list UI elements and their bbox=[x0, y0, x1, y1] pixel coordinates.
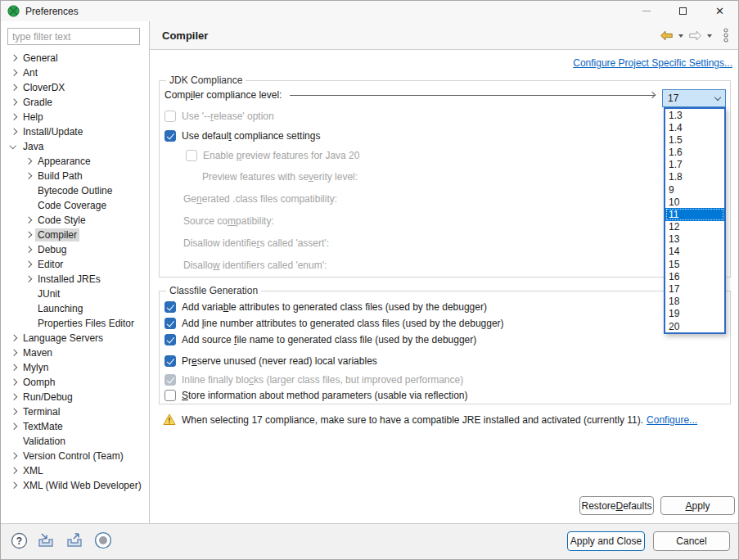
chevron-right-icon[interactable] bbox=[22, 155, 35, 168]
sidebar-item-gradle[interactable]: Gradle bbox=[1, 95, 149, 110]
compiler-compliance-combobox[interactable]: 17 bbox=[662, 89, 726, 107]
sidebar-item-cloverdx[interactable]: CloverDX bbox=[1, 80, 149, 95]
chevron-down-icon[interactable] bbox=[7, 140, 20, 153]
dropdown-option-17[interactable]: 17 bbox=[665, 282, 724, 295]
sidebar-item-general[interactable]: General bbox=[1, 51, 149, 65]
sidebar-item-install-update[interactable]: Install/Update bbox=[1, 124, 149, 139]
dropdown-option-19[interactable]: 19 bbox=[665, 308, 724, 320]
chevron-right-icon[interactable] bbox=[22, 214, 35, 227]
chevron-right-icon[interactable] bbox=[22, 228, 35, 242]
sidebar-item-bytecode-outline[interactable]: Bytecode Outline bbox=[1, 183, 149, 198]
sidebar-item-code-style[interactable]: Code Style bbox=[1, 213, 149, 228]
chevron-right-icon[interactable] bbox=[22, 258, 35, 271]
apply-button[interactable]: Apply bbox=[660, 496, 735, 515]
forward-history-dropdown-icon[interactable] bbox=[707, 34, 712, 38]
configure-jre-link[interactable]: Configure... bbox=[647, 414, 697, 426]
dropdown-option-1.4[interactable]: 1.4 bbox=[665, 121, 724, 133]
sidebar-item-language-servers[interactable]: Language Servers bbox=[1, 331, 149, 345]
chevron-right-icon[interactable] bbox=[22, 243, 35, 256]
dropdown-option-16[interactable]: 16 bbox=[665, 270, 724, 282]
dropdown-option-11[interactable]: 11 bbox=[665, 208, 724, 220]
dropdown-option-1.5[interactable]: 1.5 bbox=[665, 133, 724, 146]
sidebar-item-version-control-team[interactable]: Version Control (Team) bbox=[1, 449, 149, 463]
sidebar-item-terminal[interactable]: Terminal bbox=[1, 404, 149, 419]
chevron-right-icon[interactable] bbox=[7, 479, 20, 492]
close-button[interactable]: ✕ bbox=[701, 1, 738, 21]
sidebar-item-junit[interactable]: JUnit bbox=[1, 287, 149, 301]
help-icon[interactable]: ? bbox=[11, 532, 28, 549]
apply-and-close-button[interactable]: Apply and Close bbox=[567, 531, 645, 551]
preference-recorder-icon[interactable] bbox=[94, 531, 112, 549]
chevron-right-icon[interactable] bbox=[7, 52, 20, 65]
chevron-right-icon[interactable] bbox=[7, 346, 20, 359]
back-arrow-icon[interactable] bbox=[660, 30, 674, 41]
enable-preview-checkbox-row[interactable]: Enable preview features for Java 20 bbox=[186, 148, 359, 162]
store-info-checkbox-row[interactable]: Store information about method parameter… bbox=[164, 388, 468, 402]
chevron-right-icon[interactable] bbox=[7, 391, 20, 404]
sidebar-item-debug[interactable]: Debug bbox=[1, 242, 149, 257]
chevron-right-icon[interactable] bbox=[7, 361, 20, 374]
sidebar-item-help[interactable]: Help bbox=[1, 110, 149, 124]
sidebar-item-launching[interactable]: Launching bbox=[1, 301, 149, 316]
dropdown-option-1.3[interactable]: 1.3 bbox=[665, 109, 724, 121]
dropdown-option-20[interactable]: 20 bbox=[665, 320, 724, 332]
sidebar-item-ant[interactable]: Ant bbox=[1, 65, 149, 80]
configure-project-specific-link[interactable]: Configure Project Specific Settings... bbox=[573, 57, 732, 69]
sidebar-item-validation[interactable]: Validation bbox=[1, 434, 149, 449]
sidebar-item-compiler[interactable]: Compiler bbox=[1, 228, 149, 242]
chevron-right-icon[interactable] bbox=[7, 464, 20, 477]
sidebar-item-code-coverage[interactable]: Code Coverage bbox=[1, 198, 149, 213]
dropdown-option-1.8[interactable]: 1.8 bbox=[665, 171, 724, 183]
chevron-right-icon[interactable] bbox=[7, 376, 20, 389]
export-preferences-icon[interactable] bbox=[65, 532, 85, 549]
dropdown-option-10[interactable]: 10 bbox=[665, 196, 724, 208]
dropdown-option-15[interactable]: 15 bbox=[665, 258, 724, 270]
use-release-checkbox-row[interactable]: Use '--release' option bbox=[164, 109, 274, 123]
import-preferences-icon[interactable] bbox=[37, 532, 56, 549]
dropdown-option-1.7[interactable]: 1.7 bbox=[665, 159, 724, 171]
sidebar-item-mylyn[interactable]: Mylyn bbox=[1, 360, 149, 375]
chevron-right-icon[interactable] bbox=[7, 111, 20, 124]
dropdown-option-9[interactable]: 9 bbox=[665, 183, 724, 196]
preserve-unused-checkbox-row[interactable]: Preserve unused (never read) local varia… bbox=[164, 354, 377, 368]
chevron-right-icon[interactable] bbox=[7, 420, 20, 433]
dropdown-option-18[interactable]: 18 bbox=[665, 296, 724, 308]
chevron-right-icon[interactable] bbox=[7, 96, 20, 109]
sidebar-item-xml[interactable]: XML bbox=[1, 463, 149, 478]
add-source-file-checkbox-row[interactable]: Add source file name to generated class … bbox=[164, 332, 476, 346]
chevron-right-icon[interactable] bbox=[22, 169, 35, 183]
chevron-right-icon[interactable] bbox=[7, 332, 20, 345]
forward-arrow-icon[interactable] bbox=[688, 30, 702, 41]
chevron-right-icon[interactable] bbox=[7, 125, 20, 138]
view-menu-icon[interactable] bbox=[722, 28, 730, 43]
sidebar-item-editor[interactable]: Editor bbox=[1, 257, 149, 272]
add-variable-checkbox-row[interactable]: Add variable attributes to generated cla… bbox=[164, 300, 487, 314]
chevron-right-icon[interactable] bbox=[7, 449, 20, 463]
sidebar-item-java[interactable]: Java bbox=[1, 139, 149, 154]
cancel-button[interactable]: Cancel bbox=[653, 531, 730, 551]
sidebar-item-appearance[interactable]: Appearance bbox=[1, 154, 149, 169]
dropdown-option-13[interactable]: 13 bbox=[665, 233, 724, 246]
chevron-right-icon[interactable] bbox=[7, 66, 20, 79]
use-default-compliance-checkbox-row[interactable]: Use default compliance settings bbox=[164, 129, 320, 142]
sidebar-item-properties-files-editor[interactable]: Properties Files Editor bbox=[1, 316, 149, 331]
back-history-dropdown-icon[interactable] bbox=[678, 34, 683, 38]
dropdown-option-12[interactable]: 12 bbox=[665, 221, 724, 233]
sidebar-item-maven[interactable]: Maven bbox=[1, 345, 149, 360]
sidebar-item-run-debug[interactable]: Run/Debug bbox=[1, 390, 149, 404]
chevron-right-icon[interactable] bbox=[7, 81, 20, 94]
sidebar-item-oomph[interactable]: Oomph bbox=[1, 375, 149, 390]
chevron-right-icon[interactable] bbox=[22, 273, 35, 286]
sidebar-item-build-path[interactable]: Build Path bbox=[1, 169, 149, 183]
maximize-button[interactable] bbox=[665, 1, 701, 21]
chevron-right-icon[interactable] bbox=[7, 405, 20, 418]
dropdown-option-14[interactable]: 14 bbox=[665, 246, 724, 258]
restore-defaults-button[interactable]: Restore Defaults bbox=[579, 496, 654, 515]
filter-input[interactable] bbox=[7, 28, 140, 45]
sidebar-item-textmate[interactable]: TextMate bbox=[1, 419, 149, 434]
dropdown-option-1.6[interactable]: 1.6 bbox=[665, 147, 724, 159]
minimize-button[interactable] bbox=[628, 1, 665, 21]
sidebar-item-installed-jres[interactable]: Installed JREs bbox=[1, 272, 149, 287]
sidebar-item-xml-wild-web-developer[interactable]: XML (Wild Web Developer) bbox=[1, 478, 149, 493]
add-line-number-checkbox-row[interactable]: Add line number attributes to generated … bbox=[164, 316, 504, 330]
